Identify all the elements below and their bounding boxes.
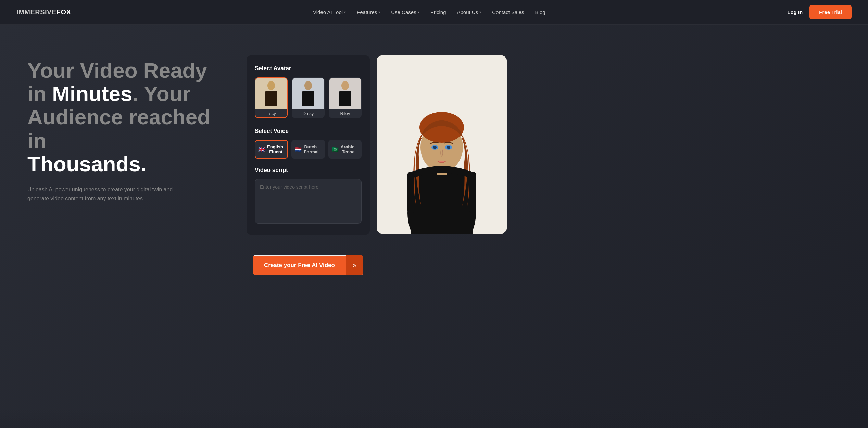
svg-rect-11 xyxy=(469,172,476,213)
avatar-lucy-image xyxy=(255,78,287,109)
chevron-down-icon: ▾ xyxy=(418,10,419,14)
avatar-section-title: Select Avatar xyxy=(255,65,362,72)
nav-links: Video AI Tool ▾ Features ▾ Use Cases ▾ P… xyxy=(313,9,545,15)
english-flag-icon: 🇬🇧 xyxy=(258,146,265,153)
nav-item-pricing[interactable]: Pricing xyxy=(430,9,446,15)
avatar-lucy[interactable]: Lucy xyxy=(255,77,288,118)
hero-right: Select Avatar Lucy xyxy=(247,55,507,275)
chevron-down-icon: ▾ xyxy=(344,10,346,14)
script-section-title: Video script xyxy=(255,167,362,174)
nav-actions: Log In Free Trial xyxy=(787,5,852,19)
arabic-flag-icon: 🇸🇦 xyxy=(332,146,339,153)
logo[interactable]: IMMERSIVEFOX xyxy=(16,8,71,16)
nav-item-contact-sales[interactable]: Contact Sales xyxy=(492,9,524,15)
avatar-riley-image xyxy=(329,78,361,109)
svg-point-8 xyxy=(433,146,437,149)
hero-section: Your Video Ready in Minutes. Your Audien… xyxy=(0,25,868,428)
avatar-lucy-name: Lucy xyxy=(255,109,287,117)
navbar: IMMERSIVEFOX Video AI Tool ▾ Features ▾ … xyxy=(0,0,868,25)
avatar-daisy-image xyxy=(292,78,324,109)
svg-rect-10 xyxy=(407,172,414,213)
hero-subtitle: Unleash AI power uniqueness to create yo… xyxy=(27,185,192,203)
nav-item-blog[interactable]: Blog xyxy=(535,9,545,15)
chevron-down-icon: ▾ xyxy=(479,10,481,14)
avatar-riley-name: Riley xyxy=(329,109,361,117)
nav-item-features[interactable]: Features ▾ xyxy=(357,9,380,15)
avatar-preview-svg xyxy=(377,55,507,234)
nav-item-use-cases[interactable]: Use Cases ▾ xyxy=(391,9,419,15)
hero-title: Your Video Ready in Minutes. Your Audien… xyxy=(27,59,226,176)
config-panel: Select Avatar Lucy xyxy=(247,55,370,235)
avatar-preview-panel xyxy=(377,55,507,234)
chevron-down-icon: ▾ xyxy=(378,10,380,14)
cta-container: Create your Free AI Video » xyxy=(247,255,370,275)
nav-item-about-us[interactable]: About Us ▾ xyxy=(457,9,481,15)
voice-section-title: Select Voice xyxy=(255,128,362,135)
voice-grid: 🇬🇧 English- Fluent 🇳🇱 Dutch- Formal 🇸🇦 A… xyxy=(255,140,362,159)
arrow-icon: » xyxy=(346,255,363,275)
hero-left: Your Video Ready in Minutes. Your Audien… xyxy=(27,52,226,203)
dutch-flag-icon: 🇳🇱 xyxy=(295,146,302,153)
avatar-grid: Lucy Daisy xyxy=(255,77,362,118)
login-button[interactable]: Log In xyxy=(787,9,803,15)
voice-english[interactable]: 🇬🇧 English- Fluent xyxy=(255,140,288,159)
svg-rect-2 xyxy=(411,172,473,234)
nav-item-video-ai-tool[interactable]: Video AI Tool ▾ xyxy=(313,9,346,15)
voice-arabic[interactable]: 🇸🇦 Arabic- Tense xyxy=(328,140,362,159)
svg-point-9 xyxy=(447,146,450,149)
avatar-riley[interactable]: Riley xyxy=(329,77,362,118)
video-script-input[interactable] xyxy=(255,179,362,224)
avatar-daisy[interactable]: Daisy xyxy=(292,77,325,118)
voice-dutch[interactable]: 🇳🇱 Dutch- Formal xyxy=(291,140,325,159)
avatar-daisy-name: Daisy xyxy=(292,109,324,117)
free-trial-button[interactable]: Free Trial xyxy=(809,5,852,19)
create-video-button[interactable]: Create your Free AI Video » xyxy=(253,255,363,275)
